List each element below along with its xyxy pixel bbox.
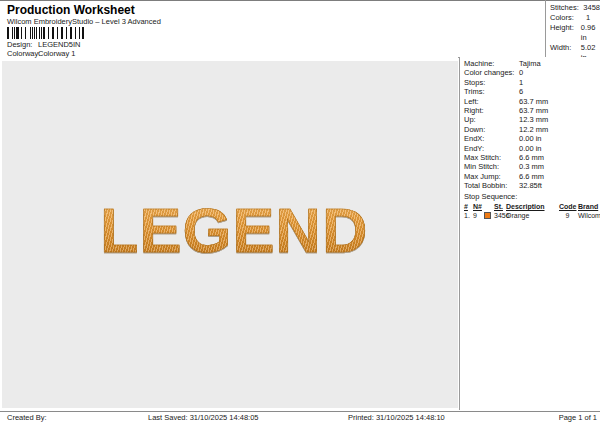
machine-info-row: Up: 12.3 mm <box>464 115 600 124</box>
col-header-needle: N# <box>473 202 482 211</box>
machine-info-row: EndY: 0.00 in <box>464 144 600 153</box>
machine-info-value: 1 <box>519 78 523 87</box>
col-header-brand: Brand <box>578 202 598 211</box>
machine-info-value: 6.6 mm <box>519 153 544 162</box>
col-header-stitches: St. <box>494 202 503 211</box>
machine-info-row: Color changes: 0 <box>464 68 600 77</box>
production-worksheet-page: { "header": { "title": "Production Works… <box>0 0 600 424</box>
app-subtitle: Wilcom EmbroideryStudio – Level 3 Advanc… <box>7 17 161 26</box>
machine-info-label: Max Jump: <box>464 172 519 181</box>
footer-printed: Printed: 31/10/2025 14:48:10 <box>348 413 445 422</box>
summary-label: Colors: <box>550 13 586 23</box>
summary-panel: Stitches: 3458 Colors: 1 Height: 0.96 in… <box>545 0 600 57</box>
footer-last-saved: Last Saved: 31/10/2025 14:48:05 <box>148 413 259 422</box>
machine-info-value: Tajima <box>519 59 541 68</box>
machine-info-label: Trims: <box>464 87 519 96</box>
page-top-rule <box>0 0 600 1</box>
cell-num: 1. <box>464 211 470 220</box>
page-title: Production Worksheet <box>7 3 135 17</box>
machine-info-label: Min Stitch: <box>464 162 519 171</box>
footer-page-number: Page 1 of 1 <box>559 413 597 422</box>
machine-info-row: Left: 63.7 mm <box>464 97 600 106</box>
design-value: LEGEND5IN <box>38 40 81 49</box>
stop-sequence-header-row: # N# St. Description Code Brand <box>464 202 600 211</box>
design-row: Design: LEGEND5IN <box>7 40 81 49</box>
machine-info-panel: Machine: Tajima Color changes: 0 Stops: … <box>459 57 600 410</box>
thread-color-swatch <box>484 212 491 219</box>
design-label: Design: <box>7 40 38 49</box>
machine-info-value: 0.00 in <box>519 134 542 143</box>
machine-info-value: 63.7 mm <box>519 106 548 115</box>
machine-info-row: Min Stitch: 0.3 mm <box>464 162 600 171</box>
footer-divider <box>0 411 600 412</box>
summary-row: Height: 0.96 in <box>550 23 600 43</box>
machine-info-label: EndX: <box>464 134 519 143</box>
machine-info-value: 12.2 mm <box>519 125 548 134</box>
machine-info-label: Up: <box>464 115 519 124</box>
stop-sequence-row: 1. 9 3456 Orange 9 Wilcom <box>464 211 600 220</box>
machine-info-value: 32.85ft <box>519 181 542 190</box>
machine-info-row: Machine: Tajima <box>464 59 600 68</box>
machine-info-label: Down: <box>464 125 519 134</box>
machine-info-label: Max Stitch: <box>464 153 519 162</box>
summary-row: Colors: 1 <box>550 13 600 23</box>
machine-info-row: Down: 12.2 mm <box>464 125 600 134</box>
machine-info-value: 6.6 mm <box>519 172 544 181</box>
colorway-label: Colorway: <box>7 49 38 58</box>
summary-label: Height: <box>550 23 581 43</box>
cell-code: 9 <box>559 211 576 220</box>
cell-needle: 9 <box>473 211 477 220</box>
summary-row: Stitches: 3458 <box>550 3 600 13</box>
summary-value: 3458 <box>583 3 600 13</box>
machine-info-value: 0.3 mm <box>519 162 544 171</box>
summary-label: Stitches: <box>550 3 583 13</box>
machine-info-value: 0 <box>519 68 523 77</box>
cell-brand: Wilcom <box>578 211 600 220</box>
cell-description: Orange <box>506 211 529 220</box>
design-barcode-icon <box>7 27 84 39</box>
machine-info-label: EndY: <box>464 144 519 153</box>
stop-sequence-title: Stop Sequence: <box>464 192 600 201</box>
colorway-row: Colorway: Colorway 1 <box>7 49 76 58</box>
stop-sequence-table: # N# St. Description Code Brand 1. 9 345… <box>464 202 600 220</box>
machine-info-label: Left: <box>464 97 519 106</box>
machine-info-label: Color changes: <box>464 68 519 77</box>
col-header-description: Description <box>506 202 545 211</box>
machine-info-row: Stops: 1 <box>464 78 600 87</box>
machine-info-value: 63.7 mm <box>519 97 548 106</box>
col-header-num: # <box>464 202 468 211</box>
summary-value: 0.96 in <box>581 23 600 43</box>
machine-info-row: Max Jump: 6.6 mm <box>464 172 600 181</box>
summary-value: 1 <box>586 13 590 23</box>
machine-info-row: Max Stitch: 6.6 mm <box>464 153 600 162</box>
embroidery-design-text: LEGEND <box>100 199 369 262</box>
machine-info-label: Machine: <box>464 59 519 68</box>
footer-created-by: Created By: <box>7 413 47 422</box>
machine-info-label: Stops: <box>464 78 519 87</box>
machine-info-value: 12.3 mm <box>519 115 548 124</box>
machine-info-row: Total Bobbin: 32.85ft <box>464 181 600 190</box>
machine-info-value: 0.00 in <box>519 144 542 153</box>
machine-info-row: EndX: 0.00 in <box>464 134 600 143</box>
col-header-code: Code <box>559 202 576 211</box>
machine-info-label: Right: <box>464 106 519 115</box>
colorway-value: Colorway 1 <box>38 49 76 58</box>
machine-info-row: Trims: 6 <box>464 87 600 96</box>
machine-info-value: 6 <box>519 87 523 96</box>
machine-info-label: Total Bobbin: <box>464 181 519 190</box>
machine-info-row: Right: 63.7 mm <box>464 106 600 115</box>
